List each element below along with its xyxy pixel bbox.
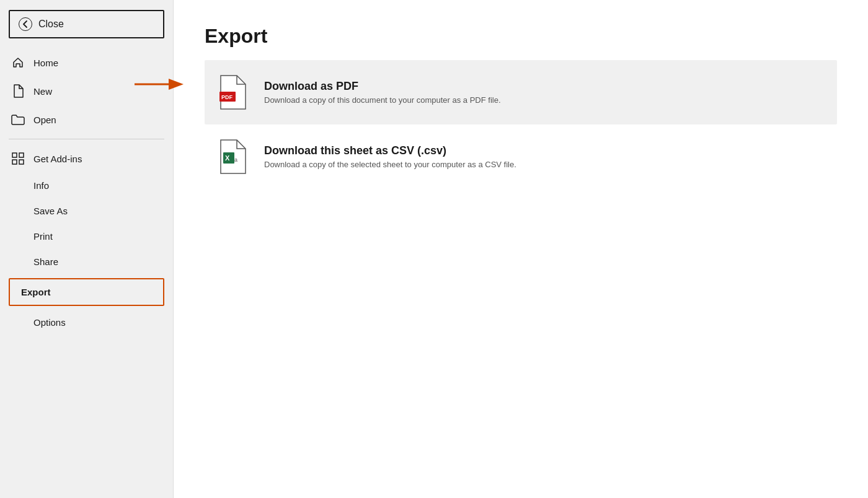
sidebar-item-open[interactable]: Open [0, 105, 173, 134]
export-option-csv[interactable]: X a Download this sheet as CSV (.csv) Do… [205, 124, 837, 189]
export-label: Export [21, 287, 51, 297]
share-label: Share [33, 256, 58, 267]
main-content: Export PDF Download as PDF Downloa [174, 0, 868, 498]
sidebar-item-share[interactable]: Share [0, 249, 173, 274]
open-label: Open [33, 115, 56, 125]
folder-icon [11, 113, 25, 126]
close-label: Close [38, 19, 64, 30]
sidebar-item-export[interactable]: Export [9, 278, 164, 306]
svg-rect-3 [19, 160, 24, 164]
csv-icon-wrapper: X a [217, 138, 249, 175]
export-option-csv-title: Download this sheet as CSV (.csv) [264, 144, 516, 157]
sidebar-item-save-as[interactable]: Save As [0, 198, 173, 224]
svg-rect-1 [19, 153, 24, 157]
pdf-icon-wrapper: PDF [217, 74, 249, 111]
nav-divider-1 [9, 139, 164, 139]
back-arrow-icon [19, 17, 32, 31]
export-options-list: PDF Download as PDF Download a copy of t… [205, 60, 837, 189]
sidebar-item-print[interactable]: Print [0, 224, 173, 249]
svg-text:X: X [225, 154, 230, 162]
close-button[interactable]: Close [9, 10, 164, 38]
info-label: Info [33, 180, 49, 191]
svg-rect-0 [12, 153, 17, 157]
home-label: Home [33, 58, 58, 68]
export-option-pdf-desc: Download a copy of this document to your… [264, 95, 501, 105]
export-option-csv-desc: Download a copy of the selected sheet to… [264, 160, 516, 169]
export-option-pdf-title: Download as PDF [264, 80, 501, 93]
arrow-annotation [131, 69, 187, 99]
export-option-csv-text: Download this sheet as CSV (.csv) Downlo… [264, 144, 516, 169]
get-addins-label: Get Add-ins [33, 154, 82, 164]
print-label: Print [33, 231, 53, 242]
svg-rect-2 [12, 160, 17, 164]
grid-icon [11, 152, 25, 165]
export-option-pdf-text: Download as PDF Download a copy of this … [264, 80, 501, 105]
save-as-label: Save As [33, 206, 68, 216]
options-label: Options [33, 317, 66, 328]
sidebar-item-options[interactable]: Options [0, 310, 173, 335]
sidebar-item-get-addins[interactable]: Get Add-ins [0, 144, 173, 173]
sidebar-item-info[interactable]: Info [0, 173, 173, 198]
page-title: Export [205, 25, 837, 48]
svg-text:a: a [234, 157, 237, 163]
new-label: New [33, 86, 52, 97]
svg-text:PDF: PDF [221, 94, 233, 100]
new-doc-icon [11, 84, 25, 98]
export-option-pdf[interactable]: PDF Download as PDF Download a copy of t… [205, 60, 837, 124]
home-icon [11, 56, 25, 69]
